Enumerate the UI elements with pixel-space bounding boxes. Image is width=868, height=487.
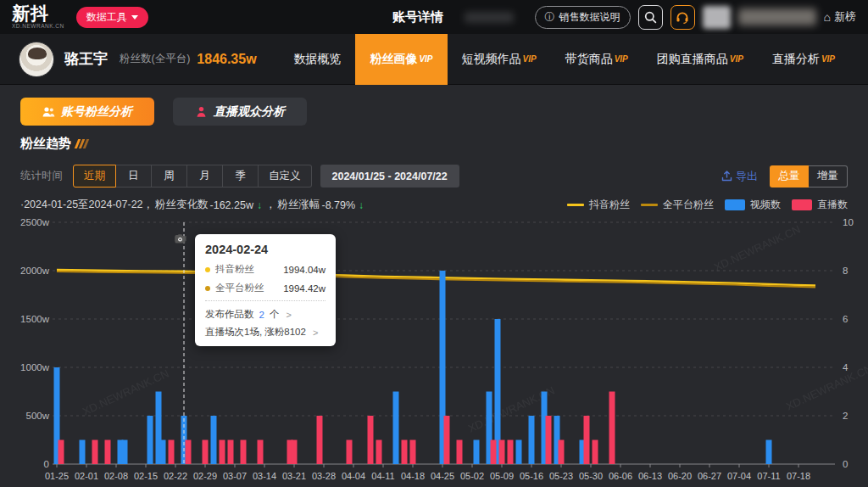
legend-swatch (567, 204, 584, 206)
fans-trend-chart[interactable]: 2500w102000w81500w61000w4500w200XD.NEWRA… (20, 214, 848, 487)
x-tick-label: 03-21 (282, 471, 306, 481)
bar-直播数 (347, 440, 353, 465)
legend-swatch (641, 204, 658, 206)
support-button[interactable] (670, 5, 695, 30)
mode-increment-button[interactable]: 增量 (809, 165, 848, 188)
x-tick-label: 05-02 (460, 471, 484, 481)
date-range-picker[interactable]: 2024/01/25 - 2024/07/22 (320, 165, 459, 188)
bar-视频数 (529, 416, 535, 464)
bar-视频数 (393, 392, 399, 465)
account-tab-数据概览[interactable]: 数据概览 (279, 34, 355, 85)
search-button[interactable] (638, 5, 663, 30)
analysis-subtabs: 账号粉丝分析直播观众分析 (20, 98, 848, 126)
bar-直播数 (508, 440, 514, 465)
y-right-tick: 0 (843, 459, 848, 469)
x-tick-label: 04-11 (371, 471, 394, 481)
bar-直播数 (559, 440, 565, 465)
tooltip-works-link[interactable]: 发布作品数 2 个 > (205, 308, 326, 321)
info-icon: ⓘ (545, 10, 555, 25)
x-tick-label: 07-18 (787, 471, 810, 481)
bar-视频数 (80, 440, 86, 465)
bar-视频数 (147, 416, 153, 464)
bar-直播数 (584, 416, 590, 464)
subtab-账号粉丝分析[interactable]: 账号粉丝分析 (20, 98, 154, 126)
series-dot-douyin (205, 267, 210, 272)
account-avatar[interactable] (19, 42, 54, 77)
bar-直播数 (593, 440, 598, 465)
subtab-直播观众分析[interactable]: 直播观众分析 (173, 98, 307, 126)
time-segment-季[interactable]: 季 (223, 165, 259, 188)
export-button[interactable]: 导出 (721, 169, 758, 184)
mode-total-button[interactable]: 总量 (770, 165, 809, 188)
newrank-label: 新榜 (834, 9, 856, 25)
user-name-redacted (738, 8, 816, 25)
bar-直播数 (228, 440, 234, 465)
legend-label: 直播数 (817, 198, 848, 212)
x-tick-label: 01-25 (45, 471, 69, 481)
y-left-tick: 500w (26, 411, 50, 421)
legend-item-直播数[interactable]: 直播数 (792, 198, 848, 212)
time-segment-月[interactable]: 月 (187, 165, 223, 188)
summary-period: ·2024-01-25至2024-07-22， (20, 198, 153, 212)
total-increment-toggle: 总量 增量 (770, 165, 848, 188)
title-decoration (76, 139, 87, 148)
export-label: 导出 (736, 169, 758, 184)
bar-直播数 (410, 440, 416, 465)
works-count: 2 (259, 310, 264, 320)
bar-直播数 (368, 416, 374, 464)
account-tab-短视频作品[interactable]: 短视频作品VIP (448, 34, 551, 85)
top-header: 新抖 XD.NEWRANK.CN 数据工具 账号详情 ⓘ 销售数据说明 (0, 0, 868, 34)
time-segment-周[interactable]: 周 (152, 165, 187, 188)
y-left-tick: 1500w (20, 314, 50, 324)
tooltip-live-link[interactable]: 直播场次1场, 涨粉8102 > (205, 326, 326, 339)
account-tab-粉丝画像[interactable]: 粉丝画像VIP (355, 34, 447, 85)
logo-subtitle: XD.NEWRANK.CN (12, 24, 64, 30)
logo[interactable]: 新抖 XD.NEWRANK.CN (12, 4, 64, 30)
legend-item-抖音粉丝[interactable]: 抖音粉丝 (567, 198, 630, 212)
bar-直播数 (105, 440, 111, 465)
tooltip-series-value: 1994.42w (283, 283, 326, 294)
summary-separator: ， (265, 198, 276, 212)
bar-直播数 (317, 416, 323, 464)
time-segment-自定义[interactable]: 自定义 (259, 165, 312, 188)
x-tick-label: 07-04 (727, 471, 751, 481)
legend-item-视频数[interactable]: 视频数 (725, 198, 781, 212)
legend-label: 抖音粉丝 (589, 198, 630, 212)
chevron-right-icon: > (313, 327, 318, 338)
bar-视频数 (766, 440, 772, 465)
legend-item-全平台粉丝[interactable]: 全平台粉丝 (641, 198, 714, 212)
time-segment-日[interactable]: 日 (116, 165, 152, 188)
user-avatar-redacted[interactable] (703, 6, 731, 29)
y-right-tick: 8 (843, 266, 848, 276)
x-tick-label: 04-18 (401, 471, 425, 481)
export-icon (721, 171, 732, 182)
x-tick-label: 06-06 (609, 471, 632, 481)
newrank-home-link[interactable]: ⌂ 新榜 (824, 9, 856, 25)
data-tools-label: 数据工具 (86, 10, 127, 25)
x-tick-label: 06-27 (698, 471, 721, 481)
chart-tooltip: 2024-02-24 抖音粉丝 1994.04w 全平台粉丝 1994.42w … (195, 234, 336, 346)
vip-badge: VIP (821, 54, 835, 64)
logo-title: 新抖 (12, 4, 64, 22)
data-tools-button[interactable]: 数据工具 (76, 7, 148, 28)
legend-label: 全平台粉丝 (663, 198, 714, 212)
bar-视频数 (516, 440, 522, 465)
account-nav-tabs: 数据概览粉丝画像VIP短视频作品VIP带货商品VIP团购直播商品VIP直播分析V… (279, 34, 849, 85)
vip-badge: VIP (730, 54, 743, 64)
account-tab-直播分析[interactable]: 直播分析VIP (758, 34, 849, 85)
bar-直播数 (499, 440, 505, 465)
bar-视频数 (474, 440, 480, 465)
stat-time-label: 统计时间 (20, 169, 63, 183)
account-tab-团购直播商品[interactable]: 团购直播商品VIP (643, 34, 758, 85)
x-tick-label: 03-28 (312, 471, 336, 481)
legend-swatch (792, 199, 812, 210)
account-tab-带货商品[interactable]: 带货商品VIP (551, 34, 643, 85)
time-segment-近期[interactable]: 近期 (73, 165, 116, 188)
bar-直播数 (58, 440, 64, 465)
chart-canvas[interactable]: 2500w102000w81500w61000w4500w200XD.NEWRA… (0, 214, 868, 487)
y-right-tick: 10 (843, 217, 854, 227)
account-tab-label: 带货商品 (565, 52, 613, 67)
account-tab-label: 团购直播商品 (657, 52, 728, 67)
sales-data-note-button[interactable]: ⓘ 销售数据说明 (535, 6, 631, 29)
y-left-tick: 2000w (20, 266, 50, 276)
